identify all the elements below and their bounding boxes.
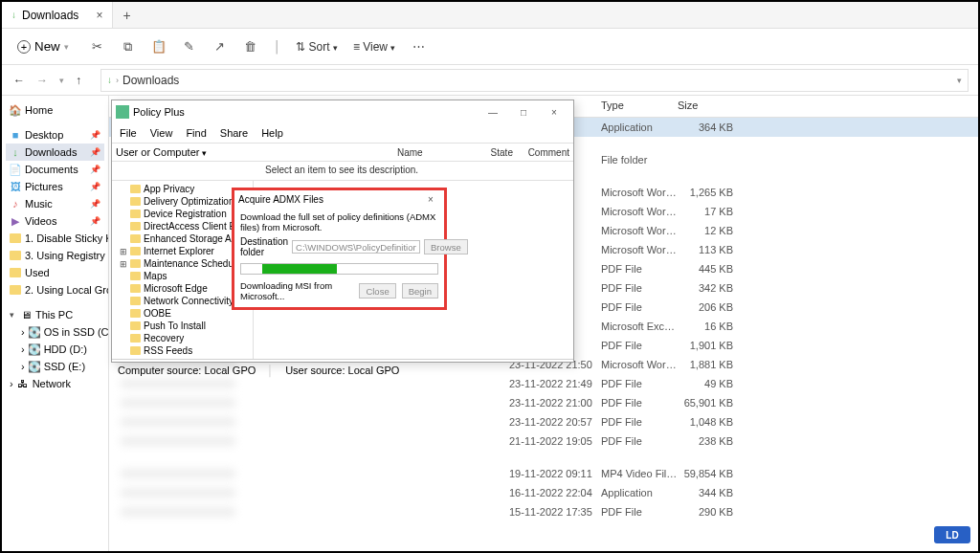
scope-selector[interactable]: User or Computer ▾ <box>116 146 207 158</box>
sidebar-item-videos[interactable]: ▶Videos📌 <box>6 212 104 230</box>
delete-icon[interactable]: 🗑 <box>243 39 258 55</box>
col-state[interactable]: State <box>491 147 528 158</box>
dest-folder-input[interactable] <box>292 240 420 254</box>
expand-icon[interactable]: ⊞ <box>120 247 127 256</box>
rename-icon[interactable]: ✎ <box>182 39 197 55</box>
tree-item[interactable]: App Privacy <box>114 183 251 195</box>
tree-item[interactable]: Scheduled Maintenance <box>114 357 251 359</box>
close-button[interactable]: Close <box>359 283 395 299</box>
sidebar-item-folder[interactable]: 1. Disable Sticky Ke <box>6 230 104 247</box>
folder-icon <box>130 321 141 330</box>
up-icon[interactable]: ↑ <box>74 74 83 87</box>
menu-share[interactable]: Share <box>220 127 248 139</box>
forward-icon[interactable]: → <box>34 74 50 87</box>
menu-help[interactable]: Help <box>261 127 283 139</box>
chevron-right-icon[interactable]: › <box>21 343 25 355</box>
sidebar-item-downloads[interactable]: ↓Downloads📌 <box>6 144 104 161</box>
new-tab-button[interactable]: + <box>113 8 140 23</box>
sidebar-item-desktop[interactable]: ■Desktop📌 <box>6 126 104 144</box>
folder-icon <box>130 297 141 305</box>
folder-icon <box>130 334 141 343</box>
close-icon[interactable]: × <box>96 9 102 22</box>
tree-item[interactable]: Device Registration <box>114 208 251 220</box>
sidebar-item-music[interactable]: ♪Music📌 <box>6 195 104 212</box>
tab-downloads[interactable]: ↓ Downloads × <box>2 2 113 28</box>
col-name[interactable]: Name <box>397 147 491 158</box>
sidebar-item-drive-e[interactable]: ›💽SSD (E:) <box>6 358 104 375</box>
sidebar-item-drive-c[interactable]: ›💽OS in SSD (C:) <box>6 323 104 341</box>
expand-icon[interactable]: ⊞ <box>120 259 127 269</box>
chevron-down-icon[interactable]: ▾ <box>10 310 14 320</box>
col-size[interactable]: Size <box>678 100 725 111</box>
browse-button[interactable]: Browse <box>424 239 468 254</box>
file-type: Microsoft Word D... <box>601 244 678 255</box>
sidebar-item-home[interactable]: 🏠Home <box>6 101 104 119</box>
tree-item[interactable]: ⊞Internet Explorer <box>114 245 251 257</box>
view-button[interactable]: ≡ View ▾ <box>353 40 396 54</box>
tree-item[interactable]: Push To Install <box>114 320 251 332</box>
admx-titlebar[interactable]: Acquire ADMX Files × <box>234 190 444 208</box>
col-comment[interactable]: Comment <box>528 147 569 158</box>
tree-item[interactable]: RSS Feeds <box>114 344 251 357</box>
maximize-icon[interactable]: □ <box>508 102 539 122</box>
chevron-down-icon: ▾ <box>202 148 207 158</box>
cut-icon[interactable]: ✂ <box>90 39 105 55</box>
tree-item[interactable]: Delivery Optimization <box>114 195 251 208</box>
tree-item[interactable]: Maps <box>114 270 251 282</box>
sidebar-item-drive-d[interactable]: ›💽HDD (D:) <box>6 341 104 358</box>
sidebar-item-documents[interactable]: 📄Documents📌 <box>6 161 104 178</box>
close-icon[interactable]: × <box>421 194 440 205</box>
tree-item[interactable]: OOBE <box>114 307 251 320</box>
sort-button[interactable]: ⇅ Sort ▾ <box>296 40 338 54</box>
col-type[interactable]: Type <box>601 100 678 111</box>
back-icon[interactable]: ← <box>11 74 27 87</box>
file-row[interactable]: 16-11-2022 22:04Application344 KB <box>109 483 978 502</box>
tree-item[interactable]: Enhanced Storage Acc <box>114 232 251 245</box>
tree-item[interactable]: Recovery <box>114 332 251 344</box>
file-name <box>121 398 235 408</box>
folder-icon <box>10 268 21 277</box>
breadcrumb[interactable]: ↓ › Downloads ▾ <box>100 69 969 92</box>
file-row[interactable]: 23-11-2022 20:57PDF File1,048 KB <box>109 412 978 431</box>
more-icon[interactable]: ⋯ <box>411 39 426 55</box>
menu-view[interactable]: View <box>150 127 173 139</box>
file-row[interactable]: 19-11-2022 09:11MP4 Video File (V...59,8… <box>109 464 978 483</box>
file-type: PDF File <box>601 340 678 351</box>
new-button[interactable]: + New ▾ <box>11 37 75 55</box>
dest-folder-label: Destination folder <box>240 236 288 257</box>
sidebar-item-thispc[interactable]: ▾🖥This PC <box>6 306 104 323</box>
file-row[interactable]: 23-11-2022 21:00PDF File65,901 KB <box>109 393 978 412</box>
minimize-icon[interactable]: — <box>478 102 508 122</box>
tree-item-label: Delivery Optimization <box>144 196 234 207</box>
file-row[interactable]: 21-11-2022 19:05PDF File238 KB <box>109 431 978 451</box>
file-row[interactable]: 15-11-2022 17:35PDF File290 KB <box>109 502 978 521</box>
chevron-right-icon[interactable]: › <box>21 326 25 338</box>
sidebar-item-folder[interactable]: 3. Using Registry Ed <box>6 247 104 264</box>
tree-item[interactable]: DirectAccess Client Exp <box>114 220 251 232</box>
tree-item[interactable]: Network Connectivity S <box>114 295 251 307</box>
sidebar-item-folder[interactable]: Used <box>6 264 104 281</box>
menu-find[interactable]: Find <box>186 127 206 139</box>
chevron-right-icon[interactable]: › <box>10 378 13 389</box>
sidebar-item-pictures[interactable]: 🖼Pictures📌 <box>6 178 104 195</box>
chevron-right-icon[interactable]: › <box>21 361 25 372</box>
share-icon[interactable]: ↗ <box>212 39 228 55</box>
home-icon: 🏠 <box>10 104 21 116</box>
paste-icon[interactable]: 📋 <box>151 39 167 55</box>
menu-file[interactable]: File <box>120 127 137 139</box>
policy-details: Acquire ADMX Files × Download the full s… <box>254 181 573 359</box>
policyplus-titlebar[interactable]: Policy Plus — □ × <box>112 100 573 123</box>
copy-icon[interactable]: ⧉ <box>121 39 136 55</box>
chevron-down-icon[interactable]: ▾ <box>957 76 962 85</box>
tree-item-label: DirectAccess Client Exp <box>144 221 246 232</box>
close-icon[interactable]: × <box>539 102 569 122</box>
download-icon: ↓ <box>10 146 21 158</box>
begin-button[interactable]: Begin <box>402 283 438 299</box>
breadcrumb-root[interactable]: Downloads <box>122 74 179 87</box>
tree-item[interactable]: ⊞Maintenance Scheduler <box>114 257 251 270</box>
sidebar-item-folder[interactable]: 2. Using Local Grou <box>6 281 104 299</box>
tree-item[interactable]: Microsoft Edge <box>114 282 251 295</box>
file-type: PDF File <box>601 301 678 313</box>
sidebar-item-network[interactable]: ›🖧Network <box>6 375 104 392</box>
recent-dropdown-icon[interactable]: ▾ <box>57 76 66 85</box>
